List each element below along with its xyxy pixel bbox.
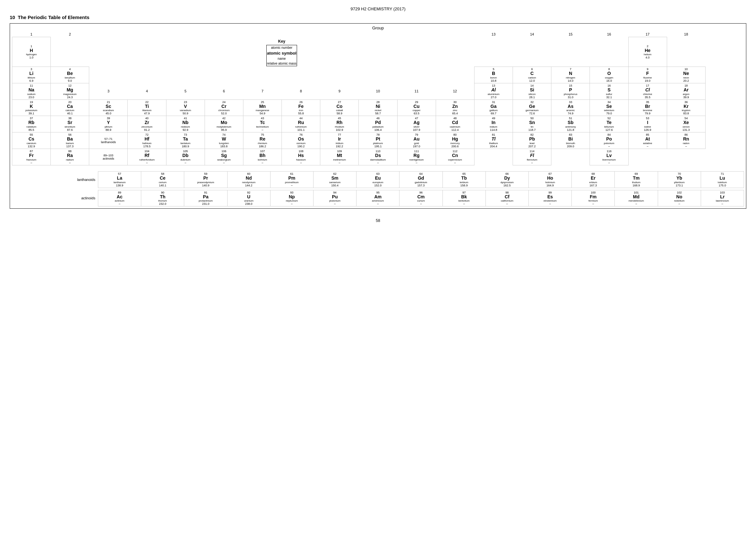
element-Y: 39 Y yttrium 88.9 xyxy=(89,116,128,133)
header-title: 9729 H2 CHEMISTRY (2017) xyxy=(350,7,405,11)
group-label: Group xyxy=(12,26,744,30)
element-Th: 90 Th thorium 232.0 xyxy=(141,190,184,206)
element-Ru: 44 Ru ruthenium 101.1 xyxy=(282,116,320,133)
period-7-row: 87 Fr francium – 88 Ra radium – 89–103 a… xyxy=(12,149,744,165)
element-Am: 95 Am americium – xyxy=(357,190,399,206)
element-P: 15 P phosphorus 31.0 xyxy=(552,83,590,99)
element-W: 74 W tungsten 183.8 xyxy=(204,133,243,149)
element-Yb: 70 Yb ytterbium 173.1 xyxy=(658,171,701,188)
element-H: 1 H hydrogen 1.0 xyxy=(12,37,51,67)
lanthanoids-placeholder: 57–71 lanthanoids xyxy=(89,133,128,149)
gn-15: 15 xyxy=(552,32,590,37)
element-Nb: 41 Nb niobium 92.9 xyxy=(166,116,204,133)
element-Au: 79 Au gold 197.0 xyxy=(397,133,436,149)
element-Te: 52 Te tellurium 127.6 xyxy=(590,116,628,133)
element-Ar: 18 Ar argon 39.9 xyxy=(667,83,705,99)
element-Eu: 63 Eu europium 152.0 xyxy=(357,171,399,188)
lanthanoids-section: lanthanoids 57 La lanthanum 138.9 58 Ce … xyxy=(12,171,744,188)
gn-14: 14 xyxy=(513,32,552,37)
element-No: 102 No nobelium – xyxy=(658,190,701,206)
element-Os: 76 Os osmium 190.2 xyxy=(282,133,320,149)
lanthanoids-row: lanthanoids 57 La lanthanum 138.9 58 Ce … xyxy=(12,171,744,188)
element-Md: 101 Md mendelevium – xyxy=(615,190,658,206)
element-Gd: 64 Gd gadolinium 157.3 xyxy=(399,171,443,188)
periodic-table: Group 1 2 13 14 15 16 17 18 xyxy=(10,23,746,209)
element-Er: 68 Er erbium 167.3 xyxy=(572,171,615,188)
element-C: 6 C carbon 12.0 xyxy=(513,67,552,83)
element-Mo: 42 Mo molybdenum 95.9 xyxy=(204,116,243,133)
element-Nd: 60 Nd neodymium 144.2 xyxy=(227,171,270,188)
element-Pt: 78 Pt platinum 195.1 xyxy=(359,133,397,149)
actinoids-section: actinoids 89 Ac actinium – 90 Th thorium… xyxy=(12,190,744,207)
element-He: 2 He helium 4.0 xyxy=(628,37,667,67)
element-Ne: 10 Ne neon 20.2 xyxy=(667,67,705,83)
element-Zr: 40 Zr zirconium 91.2 xyxy=(128,116,166,133)
element-Lv: 116 Lv livermorium – xyxy=(590,149,628,165)
element-Sc: 21 Sc scandium 45.0 xyxy=(89,99,128,116)
element-Cs: 55 Cs caesium 132.9 xyxy=(12,133,51,149)
element-Hf: 72 Hf hafnium 178.5 xyxy=(128,133,166,149)
actinoids-table: actinoids 89 Ac actinium – 90 Th thorium… xyxy=(12,190,744,207)
element-Cn: 112 Cn copernicium – xyxy=(436,149,474,165)
element-Cd: 48 Cd cadmium 112.4 xyxy=(436,116,474,133)
element-Mg: 12 Mg magnesium 24.3 xyxy=(51,83,89,99)
element-Np: 93 Np neptunium – xyxy=(270,190,313,206)
element-Sn: 50 Sn tin 118.7 xyxy=(513,116,552,133)
element-Po: 84 Po polonium – xyxy=(590,133,628,149)
element-Al: 13 Al aluminium 27.0 xyxy=(474,83,513,99)
element-Hg: 80 Hg mercury 200.6 xyxy=(436,133,474,149)
actinoids-placeholder: 89–103 actinoids xyxy=(89,149,128,165)
element-Cf: 98 Cf californium – xyxy=(485,190,528,206)
element-In: 49 In indium 114.8 xyxy=(474,116,513,133)
element-Ga: 31 Ga gallium 69.7 xyxy=(474,99,513,116)
element-Rh: 45 Rh rhodium 102.9 xyxy=(320,116,359,133)
element-Bi: 83 Bi bismuth 209.0 xyxy=(552,133,590,149)
element-As: 33 As arsenic 74.9 xyxy=(552,99,590,116)
element-Tl: 81 Tl thallium 204.4 xyxy=(474,133,513,149)
element-Ba: 56 Ba barium 137.3 xyxy=(51,133,89,149)
gn-1: 1 xyxy=(12,32,51,37)
element-Lu: 71 Lu lutetium 175.0 xyxy=(701,171,744,188)
element-Xe: 54 Xe xenon 131.3 xyxy=(667,116,705,133)
element-Dy: 66 Dy dysprosium 162.5 xyxy=(485,171,528,188)
gn-2: 2 xyxy=(51,32,89,37)
element-Pu: 94 Pu plutonium – xyxy=(313,190,356,206)
gn-17: 17 xyxy=(628,32,667,37)
period-1-row: 1 H hydrogen 1.0 Key atomic number atomi… xyxy=(12,37,744,67)
element-Pb: 82 Pb lead 207.2 xyxy=(513,133,552,149)
element-Cm: 96 Cm curium – xyxy=(399,190,443,206)
element-Sb: 51 Sb antimony 121.8 xyxy=(552,116,590,133)
element-Na: 11 Na sodium 23.0 xyxy=(12,83,51,99)
key-area: Key atomic number atomic symbol name rel… xyxy=(89,37,474,67)
element-Fm: 100 Fm fermium – xyxy=(572,190,615,206)
period-5-row: 37 Rb rubidium 85.5 38 Sr strontium 87.6… xyxy=(12,116,744,133)
element-Sg: 106 Sg seaborgium – xyxy=(204,149,243,165)
element-Br: 35 Br bromine 79.9 xyxy=(628,99,667,116)
element-Tc: 43 Tc technetium – xyxy=(243,116,282,133)
element-Fl: 114 Fl flerovium – xyxy=(513,149,552,165)
element-I: 53 I iodine 126.9 xyxy=(628,116,667,133)
period-6-row: 55 Cs caesium 132.9 56 Ba barium 137.3 5… xyxy=(12,133,744,149)
element-Rb: 37 Rb rubidium 85.5 xyxy=(12,116,51,133)
page-footer: 58 xyxy=(10,218,746,223)
actinoids-row: actinoids 89 Ac actinium – 90 Th thorium… xyxy=(12,190,744,206)
gn-18: 18 xyxy=(667,32,705,37)
element-Ti: 22 Ti titanium 47.9 xyxy=(128,99,166,116)
element-Ca: 20 Ca calcium 40.1 xyxy=(51,99,89,116)
element-Mt: 109 Mt meitnerium – xyxy=(320,149,359,165)
element-Kr: 36 Kr krypton 83.8 xyxy=(667,99,705,116)
element-Re: 75 Re rhenium 186.2 xyxy=(243,133,282,149)
section-title: 10 The Periodic Table of Elements xyxy=(10,14,746,20)
page-header: 9729 H2 CHEMISTRY (2017) xyxy=(10,7,746,11)
element-Cu: 29 Cu copper 63.5 xyxy=(397,99,436,116)
element-At: 85 At astatine – xyxy=(628,133,667,149)
element-Bk: 97 Bk berkelium – xyxy=(443,190,485,206)
element-Ge: 32 Ge germanium 72.6 xyxy=(513,99,552,116)
element-U: 92 U uranium 238.0 xyxy=(227,190,270,206)
period-4-row: 19 K potassium 39.1 20 Ca calcium 40.1 2… xyxy=(12,99,744,116)
element-Tm: 69 Tm thulium 168.9 xyxy=(615,171,658,188)
element-Rn: 86 Rn radon – xyxy=(667,133,705,149)
period-2-row: 3 Li lithium 6.9 4 Be beryllium 9.0 5 xyxy=(12,67,744,83)
element-Li: 3 Li lithium 6.9 xyxy=(12,67,51,83)
element-B: 5 B boron 10.8 xyxy=(474,67,513,83)
